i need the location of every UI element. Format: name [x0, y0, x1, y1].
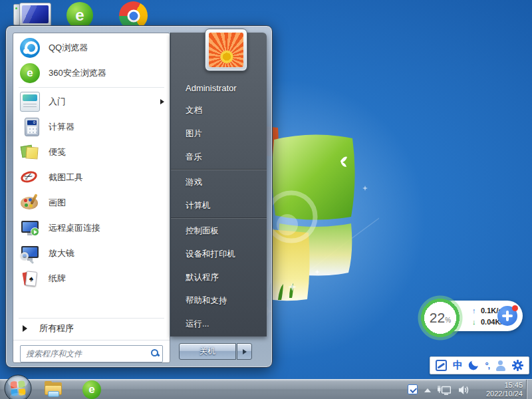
- desktop-icon-360-browser[interactable]: e: [66, 2, 93, 29]
- shutdown-button[interactable]: 关机: [179, 343, 236, 360]
- menu-separator: [171, 170, 267, 170]
- usage-percent: 22: [430, 310, 445, 325]
- notification-dot: [512, 305, 518, 311]
- menu-separator: [171, 218, 267, 219]
- 360-browser-icon: e: [20, 63, 40, 83]
- menu-item-label: 360安全浏览器: [49, 67, 106, 79]
- taskbar-explorer-button[interactable]: [43, 381, 65, 398]
- computer-monitor-icon: [19, 3, 51, 27]
- calculator-icon: 0: [25, 118, 39, 136]
- tray-time: 15:45: [486, 381, 523, 390]
- 360-browser-icon: e: [75, 6, 84, 25]
- menu-item-getting-started[interactable]: 入门: [13, 89, 170, 114]
- menu-item-computer[interactable]: 计算机: [171, 194, 267, 217]
- menu-item-games[interactable]: 游戏: [171, 171, 267, 194]
- menu-item-run[interactable]: 运行...: [171, 313, 267, 336]
- menu-item-360-browser[interactable]: e 360安全浏览器: [13, 61, 170, 86]
- menu-item-sticky-notes[interactable]: 便笺: [13, 140, 170, 165]
- search-icon: [151, 349, 158, 356]
- start-menu: QQ浏览器 e 360安全浏览器 入门 0 计算器 便笺: [5, 25, 273, 368]
- search-area: [13, 340, 170, 362]
- tray-date: 2022/10/24: [486, 390, 523, 398]
- chrome-icon: [127, 9, 140, 22]
- menu-item-paint[interactable]: 画图: [13, 190, 170, 215]
- show-desktop-button[interactable]: [526, 380, 532, 399]
- menu-item-label: 放大镜: [49, 247, 74, 259]
- taskbar-clock[interactable]: 15:45 2022/10/24: [486, 381, 523, 398]
- menu-item-snipping-tool[interactable]: ✂ 截图工具: [13, 165, 170, 190]
- menu-item-music[interactable]: 音乐: [171, 146, 267, 169]
- menu-item-qq-browser[interactable]: QQ浏览器: [13, 35, 170, 61]
- 360-browser-icon: e: [88, 383, 94, 396]
- menu-item-control-panel[interactable]: 控制面板: [171, 219, 267, 243]
- menu-item-calculator[interactable]: 0 计算器: [13, 114, 170, 140]
- ime-mode-toggle[interactable]: 中: [453, 359, 463, 372]
- menu-item-default-programs[interactable]: 默认程序: [171, 266, 267, 289]
- show-hidden-icons-arrow[interactable]: [424, 388, 431, 392]
- ime-punctuation-toggle[interactable]: °‚: [485, 360, 489, 370]
- solitaire-icon: ♠: [20, 269, 40, 289]
- sticky-notes-icon: [20, 142, 40, 162]
- start-menu-right-panel: Administrator 文档 图片 音乐 游戏 计算机 控制面板 设备和打印…: [170, 33, 267, 336]
- taskbar-360-browser-button[interactable]: e: [82, 380, 101, 399]
- menu-item-label: 纸牌: [49, 273, 66, 285]
- menu-item-help-support[interactable]: 帮助和支持: [171, 289, 267, 313]
- taskbar: e 15:45 2022/10/24: [0, 379, 532, 399]
- qq-browser-icon: [20, 38, 40, 58]
- snipping-tool-icon: ✂: [20, 168, 40, 188]
- menu-item-pictures[interactable]: 图片: [171, 122, 267, 146]
- all-programs-label: 所有程序: [39, 323, 74, 334]
- search-input[interactable]: [20, 345, 163, 362]
- menu-separator: [19, 87, 164, 88]
- menu-item-label: 入门: [49, 96, 66, 108]
- user-avatar[interactable]: [205, 29, 247, 71]
- download-arrow-icon: ↓: [472, 318, 481, 326]
- volume-tray-icon[interactable]: [458, 385, 469, 395]
- start-menu-left-panel: QQ浏览器 e 360安全浏览器 入门 0 计算器 便笺: [13, 33, 170, 363]
- menu-item-devices-printers[interactable]: 设备和打印机: [171, 243, 267, 266]
- getting-started-icon: [20, 92, 40, 112]
- remote-desktop-icon: [20, 218, 40, 238]
- chevron-right-icon: [243, 349, 247, 354]
- accelerate-ball-button[interactable]: [497, 306, 517, 326]
- desktop: e QQ浏览器 e 360安全浏览器 入门 0 计算器: [0, 0, 532, 399]
- menu-item-solitaire[interactable]: ♠ 纸牌: [13, 266, 170, 291]
- ime-toolbar: 中 °‚: [430, 356, 529, 374]
- menu-item-magnifier[interactable]: 放大镜: [13, 241, 170, 266]
- avatar-flower-image: [209, 33, 243, 67]
- network-tray-icon[interactable]: [438, 384, 451, 396]
- menu-separator: [19, 318, 164, 319]
- menu-item-label: 远程桌面连接: [49, 222, 100, 234]
- menu-item-label: 画图: [49, 197, 66, 209]
- memory-usage-ball[interactable]: 22%: [417, 295, 464, 341]
- paint-icon: [20, 193, 40, 213]
- menu-item-label: QQ浏览器: [49, 42, 88, 54]
- explorer-folder-icon: [48, 391, 59, 397]
- ime-fullwidth-moon-icon[interactable]: [467, 358, 481, 372]
- menu-item-documents[interactable]: 文档: [171, 99, 267, 122]
- ime-settings-gear-icon[interactable]: [512, 360, 523, 371]
- desktop-icon-computer[interactable]: [13, 3, 52, 27]
- user-name[interactable]: Administrator: [171, 76, 267, 99]
- upload-arrow-icon: ↑: [472, 307, 481, 315]
- menu-item-remote-desktop[interactable]: 远程桌面连接: [13, 215, 170, 241]
- all-programs-arrow-icon: [23, 325, 27, 332]
- magnifier-icon: [20, 243, 40, 263]
- ime-logo-icon[interactable]: [436, 360, 447, 371]
- menu-item-label: 计算器: [49, 121, 74, 133]
- shutdown-options-button[interactable]: [237, 343, 252, 360]
- tray-ime-status-icon[interactable]: [408, 384, 418, 394]
- submenu-arrow-icon: [160, 99, 164, 104]
- menu-item-label: 便笺: [49, 146, 66, 158]
- ime-account-icon[interactable]: [495, 360, 506, 371]
- menu-item-label: 截图工具: [49, 172, 83, 184]
- start-button[interactable]: [4, 374, 32, 399]
- all-programs-button[interactable]: 所有程序: [13, 320, 170, 337]
